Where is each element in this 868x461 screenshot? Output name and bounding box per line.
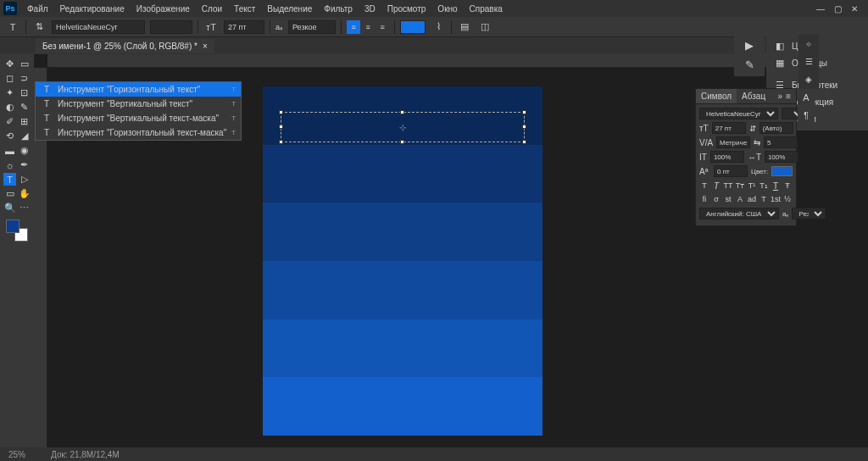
close-tab-icon[interactable]: × xyxy=(203,42,208,51)
menu-edit[interactable]: Редактирование xyxy=(55,3,130,15)
zoom-tool[interactable]: 🔍 xyxy=(3,202,16,214)
character-panel: Символ Абзац »≡ A ¶ HelveticaNeueCyr тТ … xyxy=(695,88,797,226)
canvas[interactable] xyxy=(263,86,542,436)
baseline-icon: Aª xyxy=(699,167,710,176)
panel-collapse-icon[interactable]: » xyxy=(778,92,783,101)
char-baseline-input[interactable] xyxy=(714,165,748,177)
align-left-button[interactable]: ≡ xyxy=(347,20,360,34)
pen-tool[interactable]: ✒ xyxy=(18,158,31,171)
blur-tool[interactable]: ◉ xyxy=(18,144,31,157)
hscale-icon: ↔T xyxy=(748,153,761,162)
crop-tool[interactable]: ⊡ xyxy=(18,86,31,99)
marquee-tool[interactable]: ◻ xyxy=(3,72,16,85)
italic-button[interactable]: T xyxy=(711,180,721,192)
3d-button[interactable]: ◫ xyxy=(477,19,492,35)
char-hscale-input[interactable] xyxy=(765,151,798,163)
menu-bar: Ps Файл Редактирование Изображение Слои … xyxy=(0,0,868,17)
menu-help[interactable]: Справка xyxy=(465,3,508,15)
antialiasing-select[interactable]: Резкое xyxy=(288,20,336,34)
vscale-icon: IT xyxy=(699,153,707,162)
color-picker[interactable] xyxy=(6,219,28,242)
layers-icon[interactable]: ☰ xyxy=(805,57,813,66)
menu-layers[interactable]: Слои xyxy=(197,3,227,15)
char-leading-input[interactable] xyxy=(760,122,793,134)
lasso-tool[interactable]: ⊃ xyxy=(18,72,31,85)
magic-wand-tool[interactable]: ✦ xyxy=(3,86,16,99)
menu-image[interactable]: Изображение xyxy=(131,3,195,15)
warp-text-button[interactable]: ⌇ xyxy=(431,19,446,35)
menu-3d[interactable]: 3D xyxy=(359,3,381,15)
document-tab[interactable]: Без имени-1 @ 25% (Слой 0, RGB/8#) * × xyxy=(36,39,214,53)
dodge-tool[interactable]: ☼ xyxy=(3,158,16,171)
font-style-select[interactable] xyxy=(150,20,192,34)
minimize-icon[interactable]: — xyxy=(815,3,826,14)
paragraph-dock-icon[interactable]: ¶ xyxy=(804,111,808,120)
more-tools[interactable]: ⋯ xyxy=(18,202,31,214)
subscript-button[interactable]: T₁ xyxy=(759,180,769,192)
healing-tool[interactable]: ✎ xyxy=(18,101,31,114)
zoom-level[interactable]: 25% xyxy=(8,450,25,459)
maximize-icon[interactable]: ▢ xyxy=(832,3,843,14)
char-color-swatch[interactable] xyxy=(771,166,793,176)
text-color-swatch[interactable] xyxy=(400,20,426,34)
stamp-tool[interactable]: ⊞ xyxy=(18,115,31,128)
status-bar: 25% Док: 21,8М/12,4М xyxy=(0,447,868,461)
color-panel-icon: ◧ xyxy=(773,40,787,52)
char-font-select[interactable]: HelveticaNeueCyr xyxy=(699,108,778,119)
vertical-type-mask-tool[interactable]: TИнструмент "Вертикальный текст-маска"T xyxy=(36,111,241,125)
rectangle-tool[interactable]: ▭ xyxy=(3,187,16,200)
allcaps-button[interactable]: TT xyxy=(723,180,733,192)
tool-preset-dock: ⟐ ☰ ◈ xyxy=(798,34,819,89)
eyedropper-tool[interactable]: ◐ xyxy=(3,101,16,114)
hand-tool[interactable]: ✋ xyxy=(18,187,31,200)
character-tab[interactable]: Символ xyxy=(696,89,737,103)
horizontal-type-mask-tool[interactable]: TИнструмент "Горизонтальный текст-маска"… xyxy=(36,125,241,140)
underline-button[interactable]: T xyxy=(771,180,781,192)
leading-icon: ⇵ xyxy=(749,124,756,133)
menu-text[interactable]: Текст xyxy=(229,3,260,15)
properties-icon[interactable]: ◈ xyxy=(805,75,812,84)
document-info[interactable]: Док: 21,8М/12,4М xyxy=(51,450,120,459)
history-icon[interactable]: ⟐ xyxy=(806,39,811,48)
menu-file[interactable]: Файл xyxy=(22,3,53,15)
opentype-buttons: fiσst AadT 1st½ xyxy=(699,193,793,205)
move-tool[interactable]: ✥ xyxy=(3,58,16,70)
paragraph-tab[interactable]: Абзац xyxy=(737,89,771,103)
bold-button[interactable]: T xyxy=(699,180,709,192)
strikethrough-button[interactable]: Ŧ xyxy=(782,180,793,192)
character-panel-button[interactable]: ▤ xyxy=(457,19,472,35)
char-tracking-input[interactable] xyxy=(764,136,798,148)
eraser-tool[interactable]: ◢ xyxy=(18,130,31,142)
brush-tool[interactable]: ✐ xyxy=(3,115,16,128)
align-right-button[interactable]: ≡ xyxy=(376,20,389,34)
path-tool[interactable]: ▷ xyxy=(18,173,31,186)
font-size-select[interactable]: 27 пт xyxy=(224,20,264,34)
play-icon[interactable]: ▶ xyxy=(745,39,754,52)
menu-filter[interactable]: Фильтр xyxy=(319,3,358,15)
menu-select[interactable]: Выделение xyxy=(262,3,317,15)
character-dock-icon[interactable]: A xyxy=(803,92,809,103)
toolbox: ✥▭ ◻⊃ ✦⊡ ◐✎ ✐⊞ ⟲◢ ▬◉ ☼✒ T▷ ▭✋ 🔍⋯ xyxy=(0,54,34,447)
type-tool[interactable]: T xyxy=(3,173,16,186)
close-icon[interactable]: ✕ xyxy=(849,3,860,14)
char-kerning-input[interactable] xyxy=(716,136,750,148)
horizontal-type-tool[interactable]: TИнструмент "Горизонтальный текст"T xyxy=(36,82,241,97)
vertical-type-tool[interactable]: TИнструмент "Вертикальный текст"T xyxy=(36,97,241,111)
superscript-button[interactable]: T¹ xyxy=(747,180,757,192)
gradient-tool[interactable]: ▬ xyxy=(3,144,16,157)
smallcaps-button[interactable]: Tᴛ xyxy=(735,180,745,192)
char-language-select[interactable]: Английский: США xyxy=(699,208,779,219)
menu-view[interactable]: Просмотр xyxy=(382,3,431,15)
char-vscale-input[interactable] xyxy=(710,151,744,163)
kerning-icon: V/A xyxy=(699,138,713,147)
menu-window[interactable]: Окно xyxy=(432,3,462,15)
orientation-icon[interactable]: ⇅ xyxy=(31,19,47,35)
panel-menu-icon[interactable]: ≡ xyxy=(786,92,791,101)
font-family-select[interactable]: HelveticaNeueCyr xyxy=(52,20,145,34)
history-brush-tool[interactable]: ⟲ xyxy=(3,130,16,142)
align-center-button[interactable]: ≡ xyxy=(361,20,375,34)
artboard-tool[interactable]: ▭ xyxy=(18,58,31,70)
brush-preset-icon[interactable]: ✎ xyxy=(745,58,754,71)
char-aa-select[interactable]: Резкое xyxy=(792,208,826,219)
char-size-input[interactable] xyxy=(712,122,746,134)
